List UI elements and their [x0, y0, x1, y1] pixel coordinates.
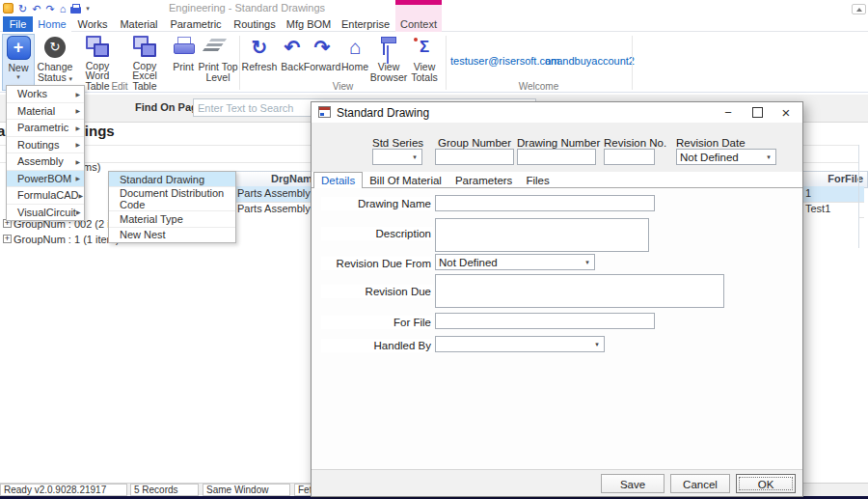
- change-status-icon: ↻: [44, 37, 66, 58]
- tab-routings[interactable]: Routings: [228, 16, 282, 32]
- tab-enterprise[interactable]: Enterprise: [336, 16, 395, 32]
- chevron-down-icon: ▾: [590, 341, 604, 348]
- menu-item-assembly[interactable]: Assembly▶: [7, 152, 84, 170]
- menu-item-visualcircuit[interactable]: VisualCircuit▶: [7, 204, 84, 221]
- forward-icon[interactable]: ↷: [45, 2, 54, 15]
- dialog-button-bar: Save Cancel OK: [312, 469, 802, 496]
- revision-no-field[interactable]: [604, 149, 655, 165]
- submenu-arrow-icon: ▶: [79, 192, 84, 199]
- dialog-title: Standard Drawing: [337, 106, 429, 120]
- submenu-item-standard-drawing[interactable]: Standard Drawing: [109, 172, 235, 186]
- back-large-icon: ↶: [285, 36, 301, 59]
- qat-more-icon[interactable]: ▾: [86, 5, 90, 13]
- home-icon[interactable]: ⌂: [60, 2, 67, 15]
- drawing-number-field[interactable]: [517, 149, 596, 165]
- submenu-item-document-distribution-code[interactable]: Document Distribution Code: [109, 186, 235, 210]
- revision-due-field[interactable]: [435, 274, 724, 308]
- submenu-arrow-icon: ▶: [75, 141, 80, 148]
- menu-item-powerbom[interactable]: PowerBOM▶: [7, 170, 84, 187]
- title-bar: ↻ ↶ ↷ ⌂ ▾ Engineering - Standard Drawing…: [0, 0, 868, 16]
- print-large-icon: [173, 36, 195, 58]
- copy-word-icon: [86, 35, 110, 57]
- quick-access-toolbar: ↻ ↶ ↷ ⌂ ▾: [3, 1, 94, 15]
- tab-home[interactable]: Home: [33, 16, 71, 32]
- menu-item-routings[interactable]: Routings▶: [7, 136, 84, 153]
- tab-bill-of-material[interactable]: Bill Of Material: [363, 174, 448, 187]
- handled-by-label: Handled By: [321, 339, 433, 352]
- group-label-view: View: [240, 81, 446, 92]
- for-file-field[interactable]: [435, 313, 655, 329]
- dialog-title-bar[interactable]: Standard Drawing − ×: [312, 102, 802, 123]
- submenu-arrow-icon: ▶: [75, 107, 80, 114]
- drawing-name-field[interactable]: [435, 195, 655, 211]
- close-icon[interactable]: ×: [772, 102, 800, 122]
- revision-date-label: Revision Date: [676, 137, 776, 149]
- window-title: Engineering - Standard Drawings: [169, 2, 325, 14]
- tab-context[interactable]: Context: [395, 16, 442, 32]
- dialog-tab-strip: Details Bill Of Material Parameters File…: [312, 172, 802, 188]
- drawing-name-label: Drawing Name: [321, 197, 433, 210]
- home-large-icon: ⌂: [349, 36, 362, 59]
- view-totals-icon: Σ: [420, 38, 429, 57]
- view-browser-icon: [379, 37, 398, 57]
- handled-by-combo[interactable]: ▾: [435, 336, 605, 352]
- chevron-down-icon: ▾: [408, 153, 421, 161]
- drawing-number-label: Drawing Number: [517, 137, 596, 149]
- tab-material[interactable]: Material: [114, 16, 164, 32]
- maximize-icon[interactable]: [743, 102, 772, 122]
- submenu-arrow-icon: ▶: [75, 175, 80, 181]
- ribbon-tab-bar: FileHomeWorksMaterialParametricRoutingsM…: [0, 16, 868, 32]
- group-label-welcome: Welcome: [446, 81, 632, 92]
- status-ready: Ready v2.0.9028.21917: [0, 484, 127, 496]
- ribbon: + New ▾ ↻ Change Status ▾ Copy Word Tabl…: [0, 33, 868, 93]
- tab-works[interactable]: Works: [71, 16, 114, 32]
- description-label: Description: [321, 227, 433, 240]
- dropdown-arrow-icon: ▾: [16, 73, 20, 81]
- submenu-item-new-nest[interactable]: New Nest: [109, 227, 235, 242]
- grid-cell-drgname[interactable]: Parts Assembly Demo: [234, 186, 319, 203]
- refresh-icon[interactable]: ↻: [18, 2, 27, 15]
- tab-details[interactable]: Details: [313, 172, 363, 188]
- submenu-item-material-type[interactable]: Material Type: [109, 210, 235, 226]
- grid-right-border: [858, 145, 859, 248]
- forward-large-icon: ↷: [314, 36, 331, 59]
- print-top-level-icon: [207, 36, 230, 58]
- context-tab-group-indicator: [395, 0, 442, 5]
- std-series-combo[interactable]: ▾: [372, 149, 422, 165]
- status-records: 5 Records: [130, 484, 199, 496]
- grid-cell-forfile[interactable]: 1: [802, 186, 864, 203]
- tab-file[interactable]: File: [3, 16, 33, 32]
- revision-due-label: Revision Due: [321, 285, 433, 298]
- user-email-link[interactable]: testuser@risersoft.com: [450, 55, 559, 67]
- group-number-label: Group Number: [435, 137, 514, 149]
- revision-no-label: Revision No.: [604, 137, 655, 149]
- refresh-large-icon: ↻: [252, 36, 268, 59]
- minimize-icon[interactable]: −: [714, 102, 743, 122]
- tab-parameters[interactable]: Parameters: [448, 174, 519, 187]
- menu-item-material[interactable]: Material▶: [7, 102, 84, 120]
- menu-item-parametric[interactable]: Parametric▶: [7, 119, 84, 136]
- submenu-arrow-icon: ▶: [76, 208, 81, 215]
- details-tab-page: Drawing Name Description Revision Due Fr…: [312, 188, 802, 470]
- back-icon[interactable]: ↶: [32, 2, 41, 15]
- revision-due-from-combo[interactable]: Not Defined▾: [435, 254, 595, 270]
- print-icon[interactable]: [70, 7, 81, 14]
- account-link[interactable]: anandbuyaccount2: [545, 55, 635, 67]
- save-button[interactable]: Save: [601, 474, 665, 493]
- ok-button[interactable]: OK: [736, 474, 796, 493]
- group-number-field[interactable]: [435, 149, 514, 165]
- tab-parametric[interactable]: Parametric: [164, 16, 228, 32]
- collapse-ribbon-icon[interactable]: [852, 4, 866, 14]
- tab-files[interactable]: Files: [519, 174, 556, 187]
- group-row-fragment: ms): [83, 161, 100, 173]
- new-dropdown-menu: Works▶ Material▶ Parametric▶ Routings▶ A…: [6, 85, 85, 221]
- menu-item-works[interactable]: Works▶: [7, 86, 84, 102]
- tab-mfg-bom[interactable]: Mfg BOM: [282, 16, 336, 32]
- revision-date-combo[interactable]: Not Defined▾: [676, 149, 776, 165]
- expand-plus-icon[interactable]: +: [3, 235, 12, 243]
- group-separator: [632, 36, 633, 90]
- cancel-button[interactable]: Cancel: [670, 474, 730, 493]
- description-field[interactable]: [435, 218, 649, 252]
- menu-item-formulacad[interactable]: FormulaCAD▶: [7, 186, 84, 204]
- revision-due-from-label: Revision Due From: [321, 257, 433, 270]
